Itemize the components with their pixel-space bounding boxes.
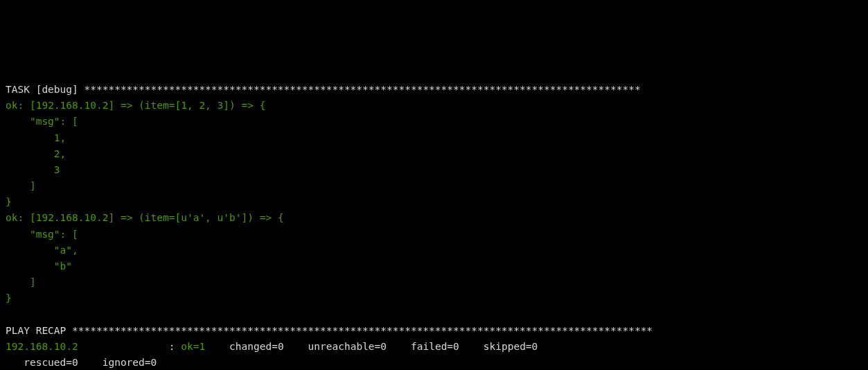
msg-close-bracket: ]: [6, 180, 36, 191]
recap-line: 192.168.10.2 : ok=1 changed=0 unreachabl…: [6, 341, 538, 368]
msg-key: "msg": [: [6, 116, 78, 127]
msg-key: "msg": [: [6, 229, 78, 240]
recap-colon: :: [169, 341, 181, 352]
task-header: TASK [debug] ***************************…: [6, 84, 641, 95]
result-close-brace: }: [6, 196, 12, 207]
blank-line: [6, 309, 12, 320]
play-recap-header: PLAY RECAP *****************************…: [6, 325, 653, 336]
msg-value: 2,: [6, 148, 66, 159]
msg-value: 3: [6, 164, 60, 175]
result-close-brace: }: [6, 292, 12, 303]
msg-value: "a",: [6, 245, 78, 256]
msg-close-bracket: ]: [6, 276, 36, 288]
recap-ok: ok=1: [181, 341, 223, 352]
msg-value: "b": [6, 261, 72, 272]
task-result-line: ok: [192.168.10.2] => (item=[u'a', u'b']…: [6, 212, 284, 223]
recap-host: 192.168.10.2: [6, 341, 169, 352]
terminal-output: TASK [debug] ***************************…: [6, 66, 862, 370]
msg-value: 1,: [6, 132, 66, 143]
task-result-line: ok: [192.168.10.2] => (item=[1, 2, 3]) =…: [6, 100, 265, 111]
